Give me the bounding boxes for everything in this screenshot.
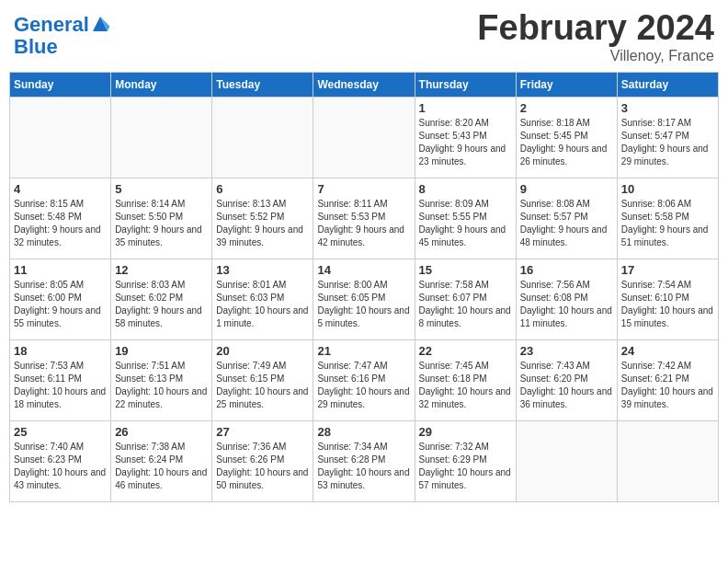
day-number: 13 [216, 263, 309, 277]
day-info: Sunrise: 7:58 AMSunset: 6:07 PMDaylight:… [419, 279, 512, 330]
day-info: Sunrise: 8:13 AMSunset: 5:52 PMDaylight:… [216, 198, 309, 249]
day-number: 14 [317, 263, 410, 277]
calendar-cell: 7Sunrise: 8:11 AMSunset: 5:53 PMDaylight… [313, 178, 415, 259]
day-info: Sunrise: 7:36 AMSunset: 6:26 PMDaylight:… [216, 441, 309, 492]
calendar-cell: 5Sunrise: 8:14 AMSunset: 5:50 PMDaylight… [111, 178, 212, 259]
day-info: Sunrise: 7:54 AMSunset: 6:10 PMDaylight:… [621, 279, 714, 330]
day-number: 8 [419, 182, 512, 196]
calendar-cell [212, 97, 313, 178]
calendar-cell [516, 420, 617, 501]
calendar-cell: 25Sunrise: 7:40 AMSunset: 6:23 PMDayligh… [10, 420, 111, 501]
calendar-cell: 18Sunrise: 7:53 AMSunset: 6:11 PMDayligh… [10, 339, 111, 420]
calendar-week-row: 1Sunrise: 8:20 AMSunset: 5:43 PMDaylight… [10, 97, 719, 178]
calendar-cell: 24Sunrise: 7:42 AMSunset: 6:21 PMDayligh… [617, 339, 718, 420]
calendar-table: SundayMondayTuesdayWednesdayThursdayFrid… [9, 72, 719, 502]
day-number: 20 [216, 344, 309, 358]
location-subtitle: Villenoy, France [477, 48, 714, 64]
day-info: Sunrise: 7:47 AMSunset: 6:16 PMDaylight:… [317, 360, 410, 411]
calendar-cell: 3Sunrise: 8:17 AMSunset: 5:47 PMDaylight… [617, 97, 718, 178]
calendar-week-row: 18Sunrise: 7:53 AMSunset: 6:11 PMDayligh… [10, 339, 719, 420]
day-number: 29 [419, 425, 512, 439]
calendar-cell: 27Sunrise: 7:36 AMSunset: 6:26 PMDayligh… [212, 420, 313, 501]
day-number: 2 [520, 101, 613, 115]
calendar-cell: 1Sunrise: 8:20 AMSunset: 5:43 PMDaylight… [415, 97, 516, 178]
logo-text: General [14, 14, 89, 36]
day-info: Sunrise: 8:00 AMSunset: 6:05 PMDaylight:… [317, 279, 410, 330]
col-header-wednesday: Wednesday [313, 72, 415, 97]
day-info: Sunrise: 7:42 AMSunset: 6:21 PMDaylight:… [621, 360, 714, 411]
calendar-cell: 10Sunrise: 8:06 AMSunset: 5:58 PMDayligh… [617, 178, 718, 259]
day-number: 25 [14, 425, 107, 439]
day-number: 9 [520, 182, 613, 196]
day-info: Sunrise: 8:06 AMSunset: 5:58 PMDaylight:… [621, 198, 714, 249]
calendar-cell: 21Sunrise: 7:47 AMSunset: 6:16 PMDayligh… [313, 339, 415, 420]
calendar-cell [10, 97, 111, 178]
calendar-cell: 2Sunrise: 8:18 AMSunset: 5:45 PMDaylight… [516, 97, 617, 178]
day-info: Sunrise: 7:53 AMSunset: 6:11 PMDaylight:… [14, 360, 107, 411]
calendar-cell: 19Sunrise: 7:51 AMSunset: 6:13 PMDayligh… [111, 339, 212, 420]
day-info: Sunrise: 8:08 AMSunset: 5:57 PMDaylight:… [520, 198, 613, 249]
day-number: 21 [317, 344, 410, 358]
calendar-week-row: 25Sunrise: 7:40 AMSunset: 6:23 PMDayligh… [10, 420, 719, 501]
day-number: 16 [520, 263, 613, 277]
day-info: Sunrise: 7:40 AMSunset: 6:23 PMDaylight:… [14, 441, 107, 492]
col-header-monday: Monday [111, 72, 212, 97]
calendar-cell: 11Sunrise: 8:05 AMSunset: 6:00 PMDayligh… [10, 259, 111, 339]
day-number: 18 [14, 344, 107, 358]
day-info: Sunrise: 8:17 AMSunset: 5:47 PMDaylight:… [621, 117, 714, 168]
day-info: Sunrise: 7:56 AMSunset: 6:08 PMDaylight:… [520, 279, 613, 330]
calendar-cell: 29Sunrise: 7:32 AMSunset: 6:29 PMDayligh… [415, 420, 516, 501]
day-info: Sunrise: 8:15 AMSunset: 5:48 PMDaylight:… [14, 198, 107, 249]
day-number: 10 [621, 182, 714, 196]
calendar-week-row: 11Sunrise: 8:05 AMSunset: 6:00 PMDayligh… [10, 259, 719, 339]
day-info: Sunrise: 8:18 AMSunset: 5:45 PMDaylight:… [520, 117, 613, 168]
day-number: 1 [419, 101, 512, 115]
day-number: 22 [419, 344, 512, 358]
day-info: Sunrise: 8:03 AMSunset: 6:02 PMDaylight:… [115, 279, 208, 330]
calendar-cell [617, 420, 718, 501]
col-header-thursday: Thursday [415, 72, 516, 97]
col-header-friday: Friday [516, 72, 617, 97]
day-number: 6 [216, 182, 309, 196]
day-info: Sunrise: 8:14 AMSunset: 5:50 PMDaylight:… [115, 198, 208, 249]
logo-blue: Blue [14, 36, 111, 58]
day-info: Sunrise: 8:01 AMSunset: 6:03 PMDaylight:… [216, 279, 309, 330]
calendar-cell [313, 97, 415, 178]
day-info: Sunrise: 7:34 AMSunset: 6:28 PMDaylight:… [317, 441, 410, 492]
calendar-header-row: SundayMondayTuesdayWednesdayThursdayFrid… [10, 72, 719, 97]
day-number: 12 [115, 263, 208, 277]
day-number: 23 [520, 344, 613, 358]
calendar-cell: 9Sunrise: 8:08 AMSunset: 5:57 PMDaylight… [516, 178, 617, 259]
logo-icon [89, 13, 111, 35]
calendar-cell: 13Sunrise: 8:01 AMSunset: 6:03 PMDayligh… [212, 259, 313, 339]
col-header-tuesday: Tuesday [212, 72, 313, 97]
calendar-cell: 4Sunrise: 8:15 AMSunset: 5:48 PMDaylight… [10, 178, 111, 259]
day-info: Sunrise: 7:49 AMSunset: 6:15 PMDaylight:… [216, 360, 309, 411]
calendar-cell: 28Sunrise: 7:34 AMSunset: 6:28 PMDayligh… [313, 420, 415, 501]
day-number: 3 [621, 101, 714, 115]
calendar-cell: 20Sunrise: 7:49 AMSunset: 6:15 PMDayligh… [212, 339, 313, 420]
day-number: 4 [14, 182, 107, 196]
page-header: General Blue February 2024 Villenoy, Fra… [9, 9, 719, 64]
day-info: Sunrise: 8:11 AMSunset: 5:53 PMDaylight:… [317, 198, 410, 249]
calendar-cell: 6Sunrise: 8:13 AMSunset: 5:52 PMDaylight… [212, 178, 313, 259]
calendar-week-row: 4Sunrise: 8:15 AMSunset: 5:48 PMDaylight… [10, 178, 719, 259]
day-number: 11 [14, 263, 107, 277]
day-info: Sunrise: 7:51 AMSunset: 6:13 PMDaylight:… [115, 360, 208, 411]
calendar-cell: 8Sunrise: 8:09 AMSunset: 5:55 PMDaylight… [415, 178, 516, 259]
calendar-cell [111, 97, 212, 178]
day-number: 19 [115, 344, 208, 358]
day-info: Sunrise: 8:09 AMSunset: 5:55 PMDaylight:… [419, 198, 512, 249]
day-number: 24 [621, 344, 714, 358]
day-info: Sunrise: 7:45 AMSunset: 6:18 PMDaylight:… [419, 360, 512, 411]
day-number: 28 [317, 425, 410, 439]
day-number: 27 [216, 425, 309, 439]
day-info: Sunrise: 8:20 AMSunset: 5:43 PMDaylight:… [419, 117, 512, 168]
calendar-cell: 12Sunrise: 8:03 AMSunset: 6:02 PMDayligh… [111, 259, 212, 339]
day-number: 7 [317, 182, 410, 196]
calendar-cell: 23Sunrise: 7:43 AMSunset: 6:20 PMDayligh… [516, 339, 617, 420]
day-number: 15 [419, 263, 512, 277]
calendar-cell: 26Sunrise: 7:38 AMSunset: 6:24 PMDayligh… [111, 420, 212, 501]
day-info: Sunrise: 7:43 AMSunset: 6:20 PMDaylight:… [520, 360, 613, 411]
day-number: 17 [621, 263, 714, 277]
